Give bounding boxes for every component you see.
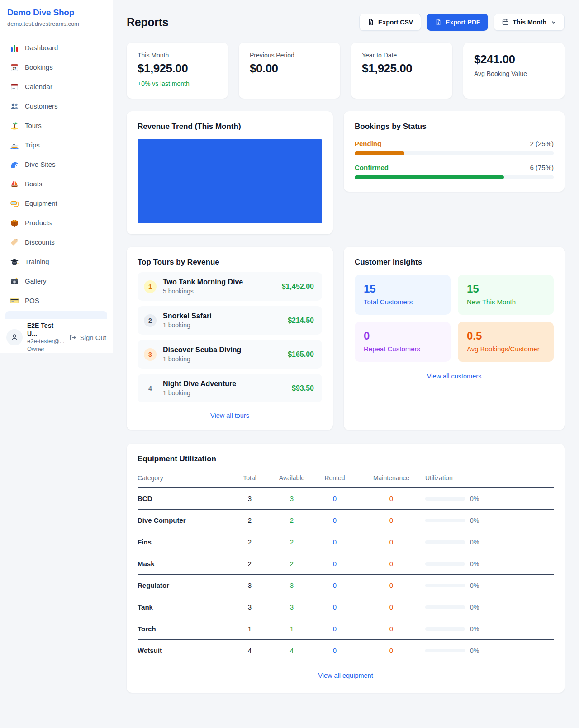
- sidebar-item-boats[interactable]: Boats: [5, 174, 107, 194]
- status-label: Pending: [355, 140, 381, 147]
- file-download-icon: [367, 19, 375, 26]
- sidebar-item-dive-sites[interactable]: Dive Sites: [5, 155, 107, 174]
- page-title: Reports: [127, 16, 168, 29]
- table-row: Tank 3 3 0 0 0%: [138, 596, 554, 618]
- sidebar-item-label: Trips: [25, 141, 40, 149]
- insight-label: Avg Bookings/Customer: [467, 345, 545, 353]
- stat-label: Avg Booking Value: [474, 70, 554, 77]
- cell-total: 3: [228, 488, 271, 510]
- tour-revenue: $214.50: [288, 317, 314, 325]
- customer-insights-card: Customer Insights 15 Total Customers 15 …: [344, 247, 565, 430]
- utilization-pct: 0%: [470, 625, 479, 633]
- sidebar-item-calendar[interactable]: Calendar: [5, 77, 107, 96]
- export-pdf-label: Export PDF: [446, 19, 480, 26]
- table-row: Torch 1 1 0 0 0%: [138, 618, 554, 640]
- sidebar-item-label: Equipment: [25, 199, 57, 207]
- view-all-tours-link[interactable]: View all tours: [138, 412, 322, 419]
- cell-total: 2: [228, 553, 271, 575]
- sidebar-user-footer: E2E Test U... e2e-tester@... Owner Sign …: [0, 321, 113, 353]
- progress-fill: [355, 151, 404, 155]
- insights-row: Top Tours by Revenue 1 Two Tank Morning …: [127, 247, 565, 430]
- sidebar-item-customers[interactable]: Customers: [5, 96, 107, 116]
- cell-maintenance: 0: [357, 488, 425, 510]
- main-content: Reports Export CSV Export PDF This Month…: [113, 0, 579, 693]
- column-header: Maintenance: [357, 468, 425, 488]
- table-row: Wetsuit 4 4 0 0 0%: [138, 640, 554, 662]
- stat-value: $1,925.00: [138, 61, 217, 76]
- column-header: Rented: [312, 468, 357, 488]
- top-tours-title: Top Tours by Revenue: [138, 258, 322, 267]
- utilization-bar: [425, 605, 465, 609]
- export-pdf-button[interactable]: Export PDF: [427, 14, 488, 31]
- progress-track: [355, 151, 554, 155]
- sidebar-item-tours[interactable]: Tours: [5, 116, 107, 135]
- cell-category: Dive Computer: [138, 510, 228, 531]
- sidebar-item-pos[interactable]: POS: [5, 291, 107, 310]
- insight-avg-bookings: 0.5 Avg Bookings/Customer: [458, 322, 554, 362]
- cell-category: Regulator: [138, 575, 228, 596]
- sidebar-item-reports-active[interactable]: [5, 311, 107, 319]
- table-row: Mask 2 2 0 0 0%: [138, 553, 554, 575]
- stat-label: Year to Date: [362, 52, 441, 59]
- column-header: Utilization: [425, 468, 554, 488]
- column-header: Category: [138, 468, 228, 488]
- file-download-icon: [435, 19, 442, 26]
- sidebar-item-label: Training: [25, 258, 49, 265]
- pos-icon: [10, 296, 19, 305]
- cell-available: 4: [271, 640, 312, 662]
- page-header: Reports Export CSV Export PDF This Month: [127, 14, 565, 31]
- cell-rented: 0: [312, 553, 357, 575]
- sidebar-item-label: Bookings: [25, 63, 53, 71]
- tour-revenue: $1,452.00: [282, 283, 314, 291]
- sign-out-label: Sign Out: [80, 334, 106, 341]
- svg-text:17: 17: [13, 67, 16, 70]
- insights-grid: 15 Total Customers 15 New This Month 0 R…: [355, 275, 554, 362]
- cell-category: Torch: [138, 618, 228, 640]
- sidebar-item-label: Customers: [25, 102, 58, 110]
- cell-total: 1: [228, 618, 271, 640]
- sidebar: Demo Dive Shop demo.test.divestreams.com…: [0, 0, 113, 353]
- sign-out-icon: [69, 334, 77, 341]
- stat-value: $0.00: [250, 61, 329, 76]
- sidebar-item-discounts[interactable]: Discounts: [5, 232, 107, 252]
- revenue-trend-card: Revenue Trend (This Month): [127, 111, 333, 234]
- bookings-by-status-card: Bookings by Status Pending 2 (25%) Confi…: [344, 111, 565, 192]
- cell-maintenance: 0: [357, 553, 425, 575]
- utilization-pct: 0%: [470, 517, 479, 524]
- status-row-confirmed: Confirmed 6 (75%): [355, 164, 554, 179]
- view-all-equipment-link[interactable]: View all equipment: [138, 672, 554, 679]
- sidebar-item-training[interactable]: Training: [5, 252, 107, 271]
- sidebar-item-label: Tours: [25, 122, 42, 129]
- cell-total: 2: [228, 531, 271, 553]
- view-all-customers-link[interactable]: View all customers: [355, 373, 554, 380]
- progress-fill: [355, 175, 504, 179]
- tour-list-item: 4 Night Dive Adventure 1 booking $93.50: [138, 374, 322, 402]
- stat-cards: This Month $1,925.00 +0% vs last month P…: [127, 43, 565, 99]
- tour-revenue: $165.00: [288, 350, 314, 359]
- sidebar-item-label: Discounts: [25, 238, 55, 246]
- equipment-icon: [10, 199, 19, 208]
- user-info: E2E Test U... e2e-tester@... Owner: [27, 322, 65, 353]
- stat-card-avg-booking-value: $241.00 Avg Booking Value: [463, 43, 565, 99]
- sidebar-item-trips[interactable]: Trips: [5, 135, 107, 155]
- cell-maintenance: 0: [357, 640, 425, 662]
- revenue-trend-chart: [138, 139, 322, 223]
- trips-icon: [10, 141, 19, 150]
- sidebar-item-bookings[interactable]: 17 Bookings: [5, 57, 107, 77]
- sidebar-item-gallery[interactable]: Gallery: [5, 271, 107, 291]
- sidebar-item-label: Products: [25, 219, 52, 227]
- cell-rented: 0: [312, 488, 357, 510]
- insight-value: 0: [364, 330, 441, 342]
- insight-label: New This Month: [467, 298, 545, 306]
- bookings-by-status-title: Bookings by Status: [355, 122, 554, 131]
- period-select[interactable]: This Month: [494, 14, 565, 31]
- sidebar-item-equipment[interactable]: Equipment: [5, 194, 107, 213]
- export-csv-button[interactable]: Export CSV: [359, 14, 421, 31]
- sidebar-item-dashboard[interactable]: Dashboard: [5, 38, 107, 57]
- sign-out-button[interactable]: Sign Out: [69, 334, 106, 341]
- stat-label: Previous Period: [250, 52, 329, 59]
- sidebar-item-products[interactable]: Products: [5, 213, 107, 232]
- cell-maintenance: 0: [357, 510, 425, 531]
- top-tours-card: Top Tours by Revenue 1 Two Tank Morning …: [127, 247, 333, 430]
- utilization-pct: 0%: [470, 495, 479, 502]
